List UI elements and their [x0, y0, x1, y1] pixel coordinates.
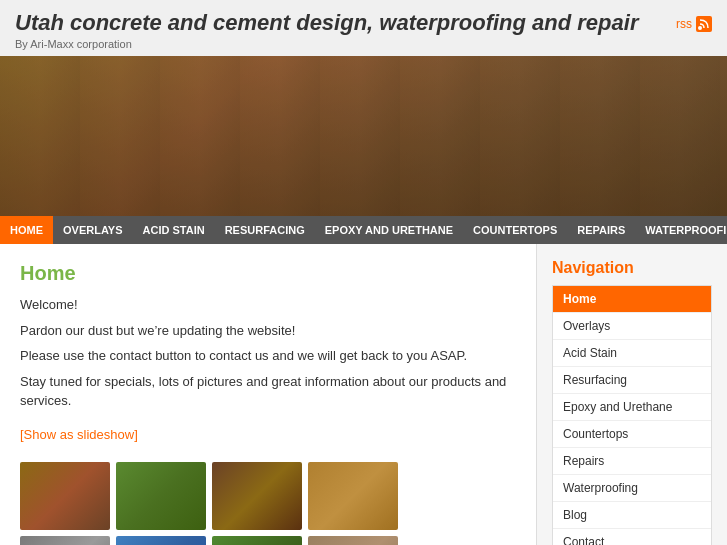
nav-item-countertops[interactable]: COUNTERTOPS — [463, 216, 567, 244]
hero-image — [0, 56, 727, 216]
photo-thumb-7[interactable] — [212, 536, 302, 546]
photo-thumb-2[interactable] — [116, 462, 206, 530]
main-content: Home Welcome! Pardon our dust but we’re … — [0, 244, 537, 545]
nav-item-overlays[interactable]: OVERLAYS — [53, 216, 133, 244]
content-heading: Home — [20, 262, 516, 285]
para-contact: Please use the contact button to contact… — [20, 346, 516, 366]
photo-thumb-4[interactable] — [308, 462, 398, 530]
sidebar-nav-item-acid-stain[interactable]: Acid Stain — [553, 340, 711, 367]
nav-item-waterproofing[interactable]: WATERPROOFING — [635, 216, 727, 244]
sidebar-nav-item-overlays[interactable]: Overlays — [553, 313, 711, 340]
rss-area[interactable]: rss — [676, 16, 712, 32]
nav-item-epoxy-and-urethane[interactable]: EPOXY AND URETHANE — [315, 216, 463, 244]
site-subtitle: By Ari-Maxx corporation — [15, 38, 638, 50]
sidebar-nav-item-epoxy-and-urethane[interactable]: Epoxy and Urethane — [553, 394, 711, 421]
sidebar-nav: HomeOverlaysAcid StainResurfacingEpoxy a… — [552, 285, 712, 545]
sidebar-nav-item-countertops[interactable]: Countertops — [553, 421, 711, 448]
nav-item-resurfacing[interactable]: RESURFACING — [215, 216, 315, 244]
svg-point-0 — [698, 26, 702, 30]
sidebar-nav-item-waterproofing[interactable]: Waterproofing — [553, 475, 711, 502]
sidebar: Navigation HomeOverlaysAcid StainResurfa… — [537, 244, 727, 545]
sidebar-nav-item-home[interactable]: Home — [553, 286, 711, 313]
sidebar-nav-title: Navigation — [552, 259, 712, 277]
rss-icon[interactable] — [696, 16, 712, 32]
sidebar-nav-item-contact[interactable]: Contact — [553, 529, 711, 545]
photo-thumb-8[interactable] — [308, 536, 398, 546]
nav-item-repairs[interactable]: REPAIRS — [567, 216, 635, 244]
nav-item-home[interactable]: HOME — [0, 216, 53, 244]
photo-grid — [20, 462, 516, 546]
site-header: Utah concrete and cement design, waterpr… — [0, 0, 727, 56]
para-dust: Pardon our dust but we’re updating the w… — [20, 321, 516, 341]
photo-thumb-6[interactable] — [116, 536, 206, 546]
para-stay: Stay tuned for specials, lots of picture… — [20, 372, 516, 411]
rss-label: rss — [676, 17, 692, 31]
nav-item-acid-stain[interactable]: ACID STAIN — [133, 216, 215, 244]
photo-thumb-3[interactable] — [212, 462, 302, 530]
hero-overlay — [0, 56, 727, 216]
site-title: Utah concrete and cement design, waterpr… — [15, 10, 638, 36]
main-layout: Home Welcome! Pardon our dust but we’re … — [0, 244, 727, 545]
slideshow-link[interactable]: [Show as slideshow] — [20, 427, 138, 442]
main-nav: HOMEOVERLAYSACID STAINRESURFACINGEPOXY A… — [0, 216, 727, 244]
photo-thumb-5[interactable] — [20, 536, 110, 546]
photo-thumb-1[interactable] — [20, 462, 110, 530]
sidebar-nav-item-repairs[interactable]: Repairs — [553, 448, 711, 475]
para-welcome: Welcome! — [20, 295, 516, 315]
sidebar-nav-item-blog[interactable]: Blog — [553, 502, 711, 529]
sidebar-nav-item-resurfacing[interactable]: Resurfacing — [553, 367, 711, 394]
